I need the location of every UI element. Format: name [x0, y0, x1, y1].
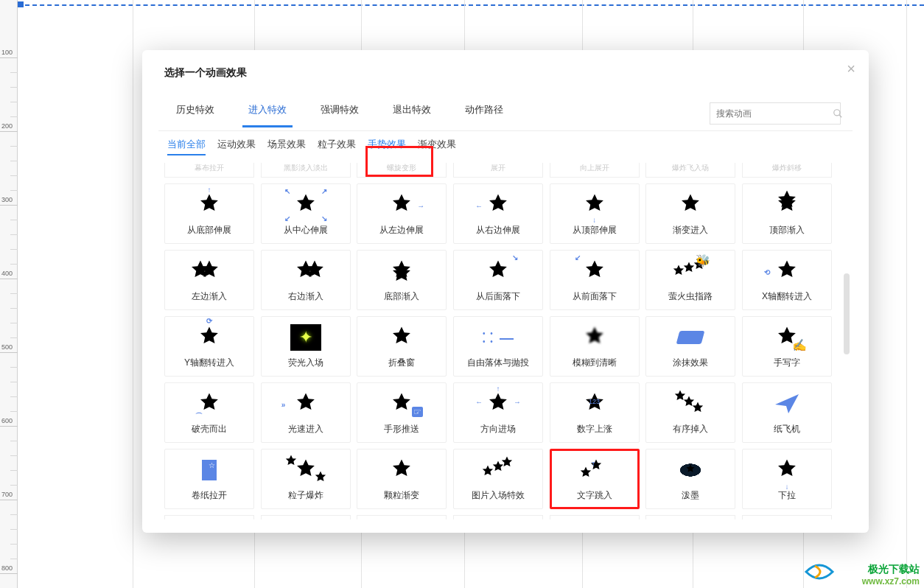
star-icon	[584, 259, 606, 284]
effect-label: 光速进入	[288, 423, 323, 435]
top-tab-进入特效[interactable]: 进入特效	[242, 99, 293, 127]
sub-tab-运动效果[interactable]: 运动效果	[217, 139, 256, 155]
effect-cell-blur[interactable]: 模糊到清晰	[550, 316, 640, 377]
sub-tabs: 当前全部运动效果场景效果粒子效果手势效果渐变效果	[164, 139, 847, 163]
effect-cell-fade-in[interactable]: 渐变进入	[645, 183, 735, 244]
effect-cell-flip-x[interactable]: ⟲X轴翻转进入	[742, 250, 832, 310]
effect-cell-drop-back[interactable]: ↘从后面落下	[453, 250, 543, 310]
effect-cell-image-in[interactable]: 图片入场特效	[453, 449, 543, 509]
search-input[interactable]	[710, 103, 833, 124]
effect-cell-stretch-right[interactable]: ←从右边伸展	[453, 183, 543, 244]
star-icon	[679, 192, 701, 217]
effect-cell-stretch-left[interactable]: →从左边伸展	[357, 183, 447, 244]
sub-tab-粒子效果[interactable]: 粒子效果	[318, 139, 356, 155]
effect-label: 萤火虫指路	[668, 290, 713, 303]
star-icon	[584, 192, 606, 217]
effect-cell-partial[interactable]: 向上展开	[550, 163, 640, 178]
watermark-logo	[803, 561, 836, 582]
effect-cell-drop-front[interactable]: ↙从前面落下	[550, 250, 640, 310]
effect-cell-firefly[interactable]: 🐝萤火虫指路	[645, 250, 735, 310]
search-icon[interactable]	[833, 108, 843, 119]
effect-cell-dropin[interactable]: 有序掉入	[645, 382, 735, 443]
effect-label: X轴翻转进入	[762, 290, 812, 303]
effect-cell-fold[interactable]: 折叠窗	[357, 316, 447, 377]
effect-label: 模糊到清晰	[573, 357, 617, 369]
effect-cell-handwrite[interactable]: ✍️手写字	[742, 316, 832, 377]
effect-cell-hatch[interactable]: ⌒破壳而出	[164, 382, 254, 443]
effect-cell-neon[interactable]: ✦荧光入场	[261, 316, 351, 377]
modal-title: 选择一个动画效果	[164, 66, 847, 80]
sub-tab-当前全部[interactable]: 当前全部	[167, 139, 206, 155]
sub-tab-场景效果[interactable]: 场景效果	[267, 139, 306, 155]
effect-cell-partial[interactable]: 爆炸斜移	[742, 163, 832, 178]
effect-cell-partial-bottom[interactable]	[550, 515, 640, 519]
effect-cell-paperplane[interactable]: 纸飞机	[742, 382, 832, 443]
effect-label: 粒子爆炸	[288, 489, 323, 502]
effect-label: 图片入场特效	[472, 489, 525, 502]
effect-cell-partial[interactable]: 展开	[453, 163, 543, 178]
effect-cell-particle-fade[interactable]: 颗粒渐变	[357, 449, 447, 509]
search-box[interactable]	[710, 102, 841, 125]
effect-cell-partial[interactable]: 爆炸飞入场	[645, 163, 735, 178]
effect-label: 手写字	[774, 357, 800, 369]
effect-cell-countup[interactable]: 123数字上涨	[550, 382, 640, 443]
effect-label: 方向进场	[480, 423, 516, 435]
effect-cell-fade-bottom[interactable]: 底部渐入	[357, 250, 447, 310]
effects-scroll[interactable]: 幕布拉开黑影淡入淡出螺旋变形展开向上展开爆炸飞入场爆炸斜移↑从底部伸展↖↗↙↘从…	[164, 163, 851, 533]
effect-cell-handpush[interactable]: ☞手形推送	[357, 382, 447, 443]
effect-label: 从底部伸展	[187, 224, 231, 237]
ruler-tick: 700	[0, 500, 18, 500]
effect-cell-stretch-top[interactable]: ↓从顶部伸展	[550, 183, 640, 244]
effect-cell-partial[interactable]: 黑影淡入淡出	[261, 163, 351, 178]
scrollbar-track[interactable]	[841, 163, 851, 533]
effect-label: 顶部渐入	[769, 224, 805, 237]
effect-label: 涂抹效果	[673, 357, 708, 369]
effect-label: 有序掉入	[673, 423, 708, 435]
ruler-tick: 300	[0, 205, 18, 206]
effect-cell-lightspeed[interactable]: »光速进入	[261, 382, 351, 443]
star-icon	[487, 391, 509, 416]
effect-cell-physics[interactable]: • • • •自由落体与抛投	[453, 316, 543, 377]
watermark-title: 极光下载站	[862, 563, 920, 576]
effect-cell-smear[interactable]: 涂抹效果	[645, 316, 735, 377]
effect-cell-stretch-bottom[interactable]: ↑从底部伸展	[164, 183, 254, 244]
effect-cell-fade-right[interactable]: 右边渐入	[261, 250, 351, 310]
top-tab-退出特效[interactable]: 退出特效	[387, 99, 437, 127]
close-icon[interactable]: ×	[847, 60, 855, 77]
effect-cell-fade-top[interactable]: 顶部渐入	[742, 183, 832, 244]
effect-cell-particle-burst[interactable]: 粒子爆炸	[261, 449, 351, 509]
scrollbar-thumb[interactable]	[844, 273, 850, 354]
effect-label: 泼墨	[682, 489, 699, 502]
ruler-tick: 100	[0, 57, 18, 58]
effect-label: 右边渐入	[288, 290, 323, 303]
effect-label: 从顶部伸展	[573, 224, 617, 237]
watermark: 极光下载站 www.xz7.com	[862, 563, 920, 587]
effect-cell-flip-y[interactable]: ⟳Y轴翻转进入	[164, 316, 254, 377]
effect-cell-partial[interactable]: 幕布拉开	[164, 163, 254, 178]
svg-point-0	[834, 109, 840, 115]
effect-cell-ink[interactable]: 泼墨	[645, 449, 735, 509]
effect-label: 从左边伸展	[379, 224, 424, 237]
grid-vline	[133, 0, 133, 588]
top-tab-强调特效[interactable]: 强调特效	[315, 99, 365, 127]
effect-cell-text-jump[interactable]: T文字跳入	[550, 449, 640, 509]
effect-cell-fade-left[interactable]: 左边渐入	[164, 250, 254, 310]
effect-cell-direction[interactable]: ↑←→方向进场	[453, 382, 543, 443]
star-icon	[776, 458, 798, 483]
effect-cell-stretch-center[interactable]: ↖↗↙↘从中心伸展	[261, 183, 351, 244]
effect-cell-scroll[interactable]: ☆卷纸拉开	[164, 449, 254, 509]
effect-cell-partial-bottom[interactable]	[357, 515, 447, 519]
effect-label: 下拉	[778, 489, 796, 502]
ruler-vertical: 100200300400500600700800	[0, 0, 18, 588]
effect-cell-partial[interactable]: 螺旋变形	[357, 163, 447, 178]
effect-cell-partial-bottom[interactable]	[742, 515, 832, 519]
top-tab-历史特效[interactable]: 历史特效	[170, 99, 220, 127]
effect-cell-partial-bottom[interactable]	[261, 515, 351, 519]
guide-handle[interactable]	[18, 1, 24, 7]
effect-cell-pulldown[interactable]: ↓下拉	[742, 449, 832, 509]
effect-cell-partial-bottom[interactable]	[164, 515, 254, 519]
effect-cell-partial-bottom[interactable]	[645, 515, 735, 519]
effect-cell-partial-bottom[interactable]	[453, 515, 543, 519]
top-tab-动作路径[interactable]: 动作路径	[459, 99, 509, 127]
effect-label: 手形推送	[384, 423, 419, 435]
